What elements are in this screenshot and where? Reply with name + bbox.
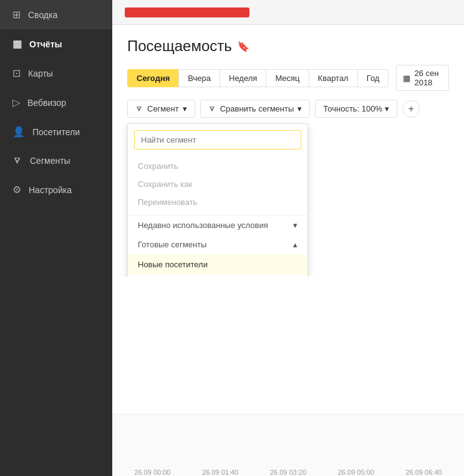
toolbar-row: ⛛ Сегмент ▾ ⛛ Сравнить сегменты ▾ Точнос… <box>127 100 449 118</box>
dropdown-item-returning[interactable]: Вернувшиеся посетители <box>128 275 307 277</box>
redacted-content <box>125 7 249 17</box>
sidebar-label-reports: Отчёты <box>29 39 62 49</box>
dropdown-action-rename[interactable]: Переименовать <box>128 193 307 211</box>
dropdown-section-recent: Недавно использованные условия ▾ <box>128 216 307 235</box>
segment-dropdown: СохранитьСохранить какПереименовать Неда… <box>127 123 308 277</box>
webvisor-icon: ▷ <box>12 97 20 108</box>
funnel-icon: ⛛ <box>135 104 143 113</box>
sidebar-label-dashboard: Сводка <box>28 10 57 20</box>
compare-icon: ⛛ <box>208 104 216 113</box>
sidebar-item-maps[interactable]: ⊡ Карты <box>0 59 112 88</box>
compare-chevron-icon: ▾ <box>297 104 302 113</box>
period-tab-quarter[interactable]: Квартал <box>309 69 357 87</box>
section-header-recent[interactable]: Недавно использованные условия ▾ <box>128 216 307 235</box>
page-title: Посещаемость <box>127 37 232 55</box>
date-label: 26 сен 2018 <box>414 69 442 87</box>
accuracy-chevron-icon: ▾ <box>385 104 389 113</box>
chart-x-label: 26.09 06:40 <box>406 469 442 476</box>
dropdown-actions: СохранитьСохранить какПереименовать <box>128 153 307 216</box>
chevron-down-icon: ▾ <box>183 104 187 113</box>
section-toggle-recent: ▾ <box>293 221 297 230</box>
dropdown-item-new-visitors[interactable]: Новые посетители <box>128 254 307 275</box>
period-tab-today[interactable]: Сегодня <box>127 69 178 87</box>
sidebar-item-visitors[interactable]: 👤 Посетители <box>0 117 112 146</box>
sidebar-label-segments: Сегменты <box>30 156 70 166</box>
chart-x-label: 26.09 00:00 <box>134 469 170 476</box>
period-tab-year[interactable]: Год <box>357 69 389 87</box>
top-bar <box>112 0 464 25</box>
section-header-ready[interactable]: Готовые сегменты ▴ <box>128 235 307 254</box>
visitors-icon: 👤 <box>12 126 25 138</box>
sidebar-item-webvisor[interactable]: ▷ Вебвизор <box>0 88 112 117</box>
dropdown-search-area <box>128 124 307 153</box>
period-tab-month[interactable]: Месяц <box>266 69 308 87</box>
reports-icon: ▦ <box>12 38 22 50</box>
add-condition-button[interactable]: + <box>402 100 420 118</box>
sidebar-label-maps: Карты <box>28 69 53 79</box>
dropdown-action-save-as[interactable]: Сохранить как <box>128 175 307 193</box>
accuracy-button[interactable]: Точность: 100% ▾ <box>315 100 397 118</box>
chart-x-label: 26.09 03:20 <box>270 469 306 476</box>
section-label-recent: Недавно использованные условия <box>138 221 268 230</box>
sidebar-label-webvisor: Вебвизор <box>27 98 66 108</box>
section-toggle-ready: ▴ <box>293 240 297 249</box>
segment-label: Сегмент <box>147 104 179 113</box>
chart-x-label: 26.09 05:00 <box>338 469 374 476</box>
page-content: Посещаемость 🔖 СегодняВчераНеделяМесяцКв… <box>112 25 464 277</box>
page-title-row: Посещаемость 🔖 <box>127 37 449 55</box>
settings-icon: ⚙ <box>12 184 21 196</box>
sidebar-label-settings: Настройка <box>29 185 72 195</box>
period-tab-yesterday[interactable]: Вчера <box>178 69 220 87</box>
sidebar-item-settings[interactable]: ⚙ Настройка <box>0 175 112 204</box>
sidebar-item-segments[interactable]: ⛛ Сегменты <box>0 146 112 175</box>
period-tabs: СегодняВчераНеделяМесяцКварталГод ▦ 26 с… <box>127 65 449 91</box>
chart-x-label: 26.09 01:40 <box>202 469 238 476</box>
chart-x-labels: 26.09 00:0026.09 01:4026.09 03:2026.09 0… <box>112 469 464 476</box>
main-content: Посещаемость 🔖 СегодняВчераНеделяМесяцКв… <box>112 0 464 476</box>
segment-search-input[interactable] <box>134 130 301 150</box>
dropdown-section-ready: Готовые сегменты ▴ Новые посетителиВерну… <box>128 235 307 277</box>
sidebar-label-visitors: Посетители <box>32 127 80 137</box>
period-tab-week[interactable]: Неделя <box>220 69 266 87</box>
dropdown-action-save[interactable]: Сохранить <box>128 157 307 175</box>
chart-area: 26.09 00:0026.09 01:4026.09 03:2026.09 0… <box>112 414 464 476</box>
date-picker[interactable]: ▦ 26 сен 2018 <box>396 65 449 91</box>
bookmark-icon[interactable]: 🔖 <box>237 40 249 52</box>
calendar-icon: ▦ <box>403 74 410 83</box>
segments-icon: ⛛ <box>12 155 22 166</box>
sidebar-item-reports[interactable]: ▦ Отчёты <box>0 29 112 59</box>
sidebar-item-dashboard[interactable]: ⊞ Сводка <box>0 0 112 29</box>
compare-label: Сравнить сегменты <box>220 104 294 113</box>
compare-button[interactable]: ⛛ Сравнить сегменты ▾ <box>200 100 311 118</box>
dropdown-scroll[interactable]: Недавно использованные условия ▾ Готовые… <box>128 216 307 277</box>
maps-icon: ⊡ <box>12 67 21 79</box>
section-label-ready: Готовые сегменты <box>138 240 206 249</box>
dashboard-icon: ⊞ <box>12 9 21 21</box>
segment-button[interactable]: ⛛ Сегмент ▾ <box>127 100 195 118</box>
accuracy-label: Точность: 100% <box>323 104 382 113</box>
sidebar: ⊞ Сводка ▦ Отчёты ⊡ Карты ▷ Вебвизор 👤 П… <box>0 0 112 476</box>
